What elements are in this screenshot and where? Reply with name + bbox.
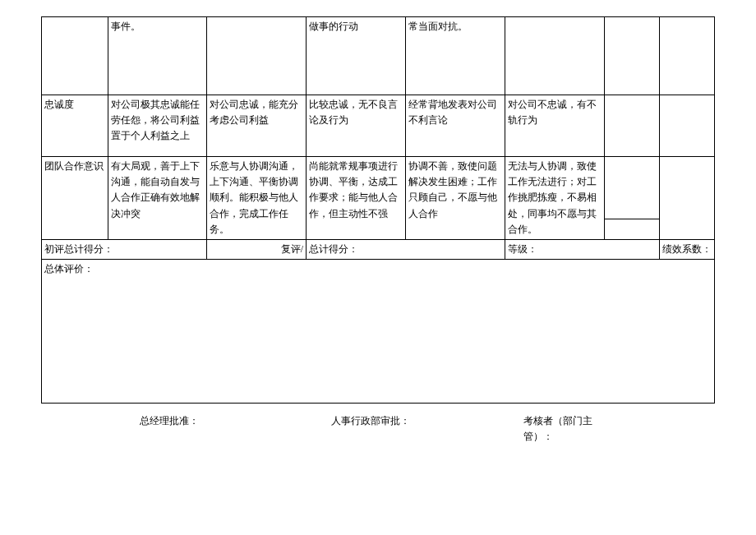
cell	[505, 17, 604, 95]
sig-spacer	[41, 413, 140, 445]
loyalty-label: 忠诚度	[42, 95, 108, 157]
prelim-score-label: 初评总计得分：	[42, 239, 207, 259]
cell	[604, 219, 659, 239]
row-scores: 初评总计得分： 复评/ 总计得分： 等级： 绩效系数：	[42, 239, 715, 259]
signature-hr: 人事行政部审批：	[331, 413, 523, 445]
signature-assessor: 考核者（部门主 管）：	[523, 413, 715, 445]
signature-row: 总经理批准： 人事行政部审批： 考核者（部门主 管）：	[41, 413, 715, 445]
loyalty-c2: 对公司极其忠诚能任劳任怨，将公司利益置于个人利益之上	[108, 95, 207, 157]
loyalty-c6: 对公司不忠诚，有不轨行为	[505, 95, 604, 157]
signature-gm: 总经理批准：	[140, 413, 331, 445]
grade-label: 等级：	[505, 239, 659, 259]
cell	[604, 17, 659, 95]
loyalty-c5: 经常背地发表对公司不利言论	[406, 95, 505, 157]
team-c2: 有大局观，善于上下沟通，能自动自发与人合作正确有效地解决冲突	[108, 157, 207, 240]
coeff-label: 绩效系数：	[659, 239, 714, 259]
review-label: 复评/	[207, 239, 307, 259]
total-score-label: 总计得分：	[307, 239, 505, 259]
cell: 常当面对抗。	[406, 17, 505, 95]
cell: 做事的行动	[307, 17, 406, 95]
cell	[659, 95, 714, 157]
team-label: 团队合作意识	[42, 157, 108, 240]
cell	[659, 157, 714, 240]
row-overall-comment: 总体评价：	[42, 260, 715, 404]
cell	[604, 95, 659, 157]
overall-comment-label: 总体评价：	[42, 260, 715, 404]
cell	[207, 17, 307, 95]
row-loyalty: 忠诚度 对公司极其忠诚能任劳任怨，将公司利益置于个人利益之上 对公司忠诚，能充分…	[42, 95, 715, 157]
cell	[659, 17, 714, 95]
cell: 事件。	[108, 17, 207, 95]
row-teamwork: 团队合作意识 有大局观，善于上下沟通，能自动自发与人合作正确有效地解决冲突 乐意…	[42, 157, 715, 219]
cell	[604, 157, 659, 219]
team-c3: 乐意与人协调沟通，上下沟通、平衡协调顺利。能积极与他人合作，完成工作任务。	[207, 157, 307, 240]
cell	[42, 17, 108, 95]
team-c6: 无法与人协调，致使工作无法进行；对工作挑肥拣瘦，不易相处，同事均不愿与其合作。	[505, 157, 604, 240]
loyalty-c4: 比较忠诚，无不良言论及行为	[307, 95, 406, 157]
evaluation-table: 事件。 做事的行动 常当面对抗。 忠诚度 对公司极其忠诚能任劳任怨，将公司利益置…	[41, 16, 715, 404]
team-c5: 协调不善，致使问题解决发生困难；工作只顾自己，不愿与他人合作	[406, 157, 505, 240]
team-c4: 尚能就常规事项进行协调、平衡，达成工作要求；能与他人合作，但主动性不强	[307, 157, 406, 240]
table-row: 事件。 做事的行动 常当面对抗。	[42, 17, 715, 95]
loyalty-c3: 对公司忠诚，能充分考虑公司利益	[207, 95, 307, 157]
